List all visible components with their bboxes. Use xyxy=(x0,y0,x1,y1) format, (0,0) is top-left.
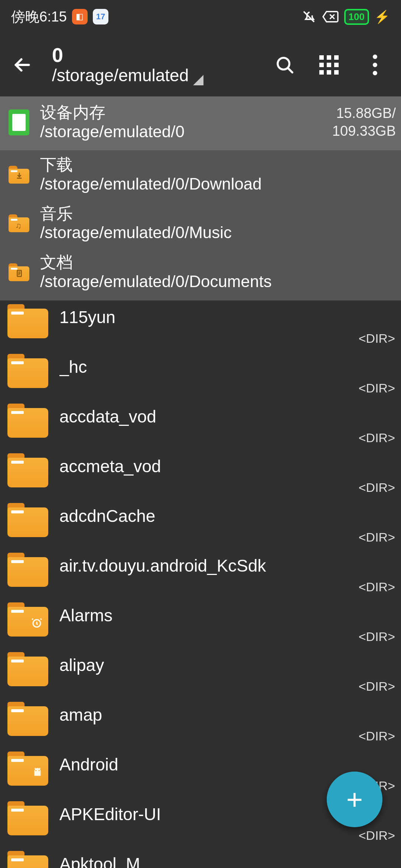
folder-icon xyxy=(7,354,48,388)
current-folder-path: /storage/emulated xyxy=(52,65,189,85)
item-name: alipay xyxy=(59,652,348,675)
storage-label: 设备内存 xyxy=(40,103,323,122)
item-type: <DIR> xyxy=(359,381,395,398)
list-item[interactable]: air.tv.douyu.android_KcSdk<DIR> xyxy=(0,549,401,599)
item-type: <DIR> xyxy=(359,828,395,845)
app-bar: 0 /storage/emulated xyxy=(0,33,401,96)
folder-icon xyxy=(7,453,48,487)
folder-icon xyxy=(7,553,48,587)
dropdown-arrow-icon xyxy=(193,75,203,85)
svg-point-3 xyxy=(35,770,36,771)
alarm-overlay-icon xyxy=(30,617,43,632)
overflow-menu-button[interactable] xyxy=(364,55,386,75)
item-name: accmeta_vod xyxy=(59,453,348,476)
music-folder-icon: ♫ xyxy=(7,212,30,235)
folder-icon xyxy=(7,404,48,438)
item-name: Android xyxy=(59,752,348,775)
folder-icon xyxy=(7,503,48,537)
item-name: Apktool_M xyxy=(59,851,348,868)
view-grid-button[interactable] xyxy=(319,55,342,75)
item-type: <DIR> xyxy=(359,629,395,646)
shortcut-label: 下载 xyxy=(40,155,394,174)
list-item[interactable]: Apktool_M<DIR> xyxy=(0,847,401,868)
grid-icon xyxy=(319,55,342,75)
item-name: Alarms xyxy=(59,602,348,625)
shortcut-music[interactable]: ♫ 音乐 /storage/emulated/0/Music xyxy=(0,199,401,248)
shortcut-download[interactable]: 下载 /storage/emulated/0/Download xyxy=(0,150,401,199)
svg-point-4 xyxy=(39,770,40,771)
documents-folder-icon xyxy=(7,261,30,284)
folder-icon xyxy=(7,602,48,637)
list-item[interactable]: 115yun<DIR> xyxy=(0,300,401,350)
shortcut-path: /storage/emulated/0/Music xyxy=(40,223,394,243)
add-fab[interactable]: + xyxy=(327,772,382,827)
folder-icon xyxy=(7,652,48,686)
item-type: <DIR> xyxy=(359,431,395,447)
item-type: <DIR> xyxy=(359,729,395,746)
item-name: 115yun xyxy=(59,304,348,327)
list-item[interactable]: amap<DIR> xyxy=(0,698,401,748)
plus-icon: + xyxy=(346,783,363,816)
list-item[interactable]: adcdnCache<DIR> xyxy=(0,499,401,549)
folder-icon xyxy=(7,702,48,736)
back-button[interactable] xyxy=(11,54,41,76)
item-type: <DIR> xyxy=(359,679,395,696)
list-item[interactable]: Alarms<DIR> xyxy=(0,599,401,648)
download-folder-icon xyxy=(7,163,30,186)
mute-icon xyxy=(301,9,317,24)
item-name: air.tv.douyu.android_KcSdk xyxy=(59,553,348,576)
list-item[interactable]: accmeta_vod<DIR> xyxy=(0,450,401,499)
folder-icon xyxy=(7,304,48,338)
shortcut-label: 音乐 xyxy=(40,204,394,223)
list-item[interactable]: alipay<DIR> xyxy=(0,648,401,698)
storage-device-item[interactable]: 设备内存 /storage/emulated/0 15.88GB/ 109.33… xyxy=(0,96,401,150)
kebab-icon xyxy=(364,55,386,75)
android-overlay-icon xyxy=(31,766,44,782)
storage-dropdown-panel: 设备内存 /storage/emulated/0 15.88GB/ 109.33… xyxy=(0,96,401,300)
search-button[interactable] xyxy=(275,55,297,75)
item-type: <DIR> xyxy=(359,580,395,596)
current-folder-name: 0 xyxy=(52,45,264,66)
charging-icon: ⚡ xyxy=(374,9,390,24)
item-name: accdata_vod xyxy=(59,404,348,427)
folder-icon xyxy=(7,801,48,835)
notification-app-icon: ◧ xyxy=(72,9,88,24)
shortcut-path: /storage/emulated/0/Documents xyxy=(40,272,394,292)
item-type: <DIR> xyxy=(359,480,395,497)
item-type: <DIR> xyxy=(359,331,395,348)
battery-indicator: 100 xyxy=(344,9,369,25)
shortcut-label: 文档 xyxy=(40,253,394,272)
status-time: 傍晚6:15 xyxy=(11,7,67,26)
path-dropdown[interactable]: 0 /storage/emulated xyxy=(52,45,264,86)
clear-input-icon xyxy=(322,10,339,23)
folder-icon xyxy=(7,851,48,868)
status-bar: 傍晚6:15 ◧ 17 100 ⚡ xyxy=(0,0,401,33)
storage-usage: 15.88GB/ 109.33GB xyxy=(332,105,396,140)
list-item[interactable]: _hc<DIR> xyxy=(0,350,401,400)
item-name: _hc xyxy=(59,354,348,377)
calendar-notification-icon: 17 xyxy=(93,9,108,24)
shortcut-path: /storage/emulated/0/Download xyxy=(40,174,394,194)
folder-icon xyxy=(7,752,48,786)
internal-storage-icon xyxy=(7,111,30,134)
item-name: adcdnCache xyxy=(59,503,348,526)
item-name: amap xyxy=(59,702,348,725)
list-item[interactable]: accdata_vod<DIR> xyxy=(0,400,401,450)
storage-path: /storage/emulated/0 xyxy=(40,122,323,142)
item-type: <DIR> xyxy=(359,530,395,547)
item-name: APKEditor-UI xyxy=(59,801,348,824)
shortcut-documents[interactable]: 文档 /storage/emulated/0/Documents xyxy=(0,248,401,296)
